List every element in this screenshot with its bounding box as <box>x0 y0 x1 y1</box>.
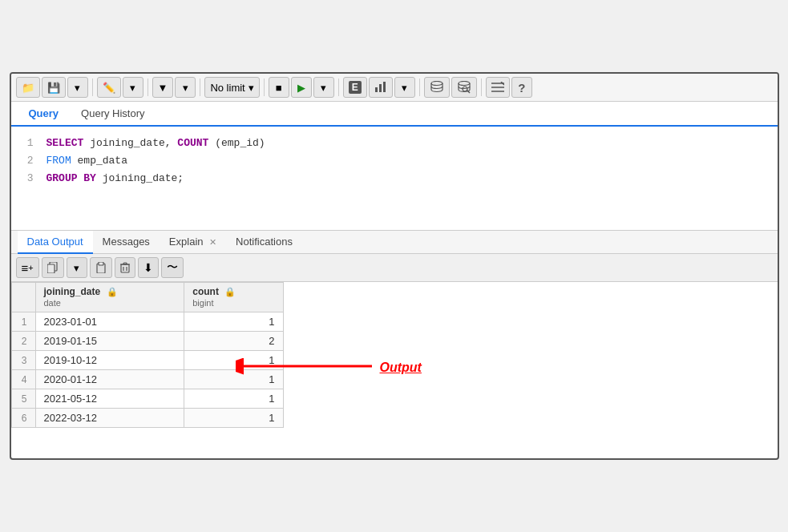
line-num-2: 2 <box>21 152 34 170</box>
table-row: 32019-10-121 <box>11 351 283 370</box>
lock-icon-joining-date: 🔒 <box>107 287 118 296</box>
toolbar-divider-1 <box>92 79 93 96</box>
tab-query[interactable]: Query <box>18 102 71 127</box>
cell-row-num: 1 <box>11 312 35 332</box>
chart-dropdown-button[interactable]: ▾ <box>394 77 415 98</box>
edit-button[interactable]: ✏️ <box>97 77 121 98</box>
table-row: 12023-01-011 <box>11 312 283 332</box>
cell-count: 1 <box>184 370 283 389</box>
explain-button[interactable]: E <box>343 77 367 98</box>
cell-row-num: 4 <box>11 370 35 389</box>
line-num-3: 3 <box>21 170 34 187</box>
save-dropdown-button[interactable]: ▾ <box>67 77 88 98</box>
line-num-1: 1 <box>21 135 34 152</box>
output-annotation-label: Output <box>380 361 422 375</box>
menu-button[interactable] <box>486 77 510 98</box>
toolbar-divider-4 <box>264 79 265 96</box>
output-tabs: Data Output Messages Explain ✕ Notificat… <box>11 231 778 254</box>
svg-rect-12 <box>47 264 55 273</box>
svg-rect-1 <box>379 84 382 92</box>
svg-point-4 <box>459 82 470 86</box>
filter-dropdown-button[interactable]: ▾ <box>175 77 196 98</box>
tab-data-output[interactable]: Data Output <box>18 231 93 254</box>
cell-row-num: 2 <box>11 332 35 351</box>
table-row: 42020-01-121 <box>11 370 283 389</box>
tab-notifications[interactable]: Notifications <box>226 231 302 254</box>
cell-joining-date: 2019-01-15 <box>35 332 184 351</box>
help-button[interactable]: ? <box>511 77 532 98</box>
col-header-count: count 🔒 bigint <box>184 283 283 312</box>
cell-joining-date: 2019-10-12 <box>35 351 184 370</box>
output-toolbar: ≡+ ▾ ⬇ 〜 <box>11 254 778 282</box>
data-table-wrap: joining_date 🔒 date count 🔒 bigint <box>11 282 778 428</box>
cell-count: 2 <box>184 332 283 351</box>
code-content-1: SELECT joining_date, COUNT (emp_id) <box>46 135 265 152</box>
toolbar-divider-2 <box>147 79 148 96</box>
lock-icon-count: 🔒 <box>224 287 236 296</box>
no-limit-dropdown[interactable]: No limit ▾ <box>204 77 259 98</box>
cell-joining-date: 2023-01-01 <box>35 312 184 332</box>
table-row: 62022-03-121 <box>11 409 283 428</box>
svg-rect-2 <box>383 82 386 92</box>
query-tabs: Query Query History <box>11 102 778 127</box>
db-button-1[interactable] <box>424 77 450 98</box>
cell-count: 1 <box>184 409 283 428</box>
cell-count: 1 <box>184 389 283 409</box>
graph-button[interactable]: 〜 <box>161 257 184 278</box>
tab-messages[interactable]: Messages <box>93 231 160 254</box>
results-area: joining_date 🔒 date count 🔒 bigint <box>11 282 778 458</box>
cell-row-num: 6 <box>11 409 35 428</box>
data-table: joining_date 🔒 date count 🔒 bigint <box>11 282 284 428</box>
explain-close-icon[interactable]: ✕ <box>209 237 216 247</box>
svg-rect-14 <box>99 262 103 265</box>
main-toolbar: 📁 💾 ▾ ✏️ ▾ ▼ ▾ No limit ▾ ■ ▶ ▾ E ▾ <box>11 74 778 102</box>
chart-button[interactable] <box>369 77 393 98</box>
cell-joining-date: 2022-03-12 <box>35 409 184 428</box>
code-line-2: 2 FROM emp_data <box>21 152 768 170</box>
no-limit-label: No limit <box>210 82 244 94</box>
code-content-3: GROUP BY joining_date; <box>46 170 184 187</box>
cell-count: 1 <box>184 351 283 370</box>
toolbar-divider-6 <box>419 79 420 96</box>
copy-button[interactable] <box>42 257 64 278</box>
filter-button[interactable]: ▼ <box>152 77 174 98</box>
cell-row-num: 3 <box>11 351 35 370</box>
row-num-header <box>11 283 35 312</box>
no-limit-chevron: ▾ <box>249 82 254 94</box>
code-editor[interactable]: 1 SELECT joining_date, COUNT (emp_id) 2 … <box>11 127 778 231</box>
tab-query-history[interactable]: Query History <box>70 102 156 127</box>
table-row: 52021-05-121 <box>11 389 283 409</box>
run-button[interactable]: ▶ <box>291 77 312 98</box>
add-row-button[interactable]: ≡+ <box>16 257 39 278</box>
toolbar-divider-7 <box>481 79 482 96</box>
cell-count: 1 <box>184 312 283 332</box>
tab-explain[interactable]: Explain ✕ <box>160 231 226 254</box>
col-header-joining-date: joining_date 🔒 date <box>35 283 184 312</box>
table-row: 22019-01-152 <box>11 332 283 351</box>
paste-button[interactable] <box>90 257 112 278</box>
cell-joining-date: 2020-01-12 <box>35 370 184 389</box>
code-line-1: 1 SELECT joining_date, COUNT (emp_id) <box>21 135 768 152</box>
svg-rect-0 <box>375 87 378 92</box>
edit-dropdown-button[interactable]: ▾ <box>123 77 143 98</box>
delete-button[interactable] <box>115 257 135 278</box>
svg-rect-17 <box>123 263 127 264</box>
download-button[interactable]: ⬇ <box>138 257 159 278</box>
cell-row-num: 5 <box>11 389 35 409</box>
cell-joining-date: 2021-05-12 <box>35 389 184 409</box>
toolbar-divider-5 <box>338 79 339 96</box>
run-dropdown-button[interactable]: ▾ <box>313 77 334 98</box>
save-button[interactable]: 💾 <box>42 77 66 98</box>
main-window: 📁 💾 ▾ ✏️ ▾ ▼ ▾ No limit ▾ ■ ▶ ▾ E ▾ <box>10 72 779 460</box>
open-folder-button[interactable]: 📁 <box>16 77 40 98</box>
code-content-2: FROM emp_data <box>46 152 127 170</box>
db-button-2[interactable] <box>451 77 477 98</box>
toolbar-divider-3 <box>200 79 200 96</box>
copy-dropdown-button[interactable]: ▾ <box>67 257 87 278</box>
code-line-3: 3 GROUP BY joining_date; <box>21 170 768 187</box>
svg-point-3 <box>431 82 442 86</box>
svg-rect-15 <box>121 264 129 272</box>
stop-button[interactable]: ■ <box>269 77 289 98</box>
